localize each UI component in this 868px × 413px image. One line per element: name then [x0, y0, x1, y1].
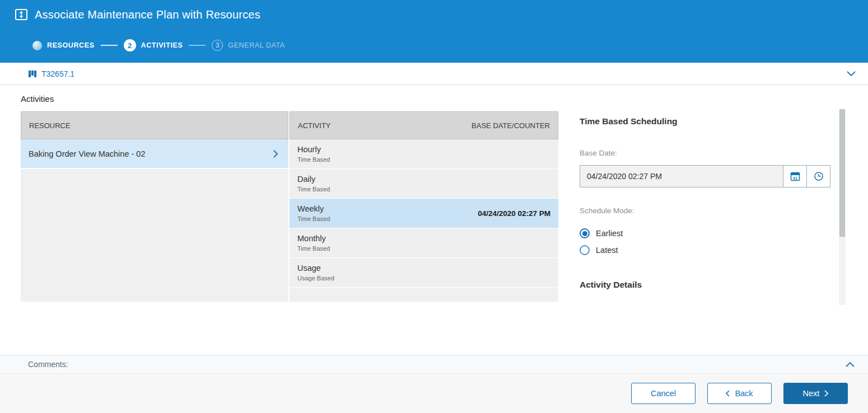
- scheduling-panel: Time Based Scheduling Base Date: 31: [580, 107, 832, 331]
- activity-column: ACTIVITY BASE DATE/COUNTER Hourly Time B…: [290, 111, 558, 302]
- maintenance-plan-icon: [15, 8, 28, 21]
- chevron-up-icon[interactable]: [846, 362, 855, 367]
- panel-scrollbar[interactable]: [839, 109, 846, 305]
- activity-type: Usage Based: [297, 275, 334, 281]
- back-button[interactable]: Back: [707, 383, 772, 404]
- chevron-down-icon[interactable]: [847, 71, 856, 76]
- header: Associate Maintenance Plan with Resource…: [0, 0, 868, 63]
- calendar-icon: 31: [790, 171, 801, 182]
- radio-earliest[interactable]: Earliest: [580, 228, 832, 238]
- resource-name: Baking Order View Machine - 02: [29, 149, 145, 158]
- step-general-data[interactable]: 3 GENERAL DATA: [212, 40, 284, 51]
- cancel-label: Cancel: [651, 389, 676, 398]
- back-label: Back: [735, 389, 753, 398]
- resource-grid-icon: [28, 69, 37, 78]
- activity-details-title: Activity Details: [580, 280, 832, 290]
- page-title: Associate Maintenance Plan with Resource…: [35, 8, 260, 21]
- base-date-header-label: BASE DATE/COUNTER: [472, 121, 550, 130]
- resource-column-header: RESOURCE: [21, 111, 288, 139]
- cancel-button[interactable]: Cancel: [631, 383, 696, 404]
- breadcrumb-label: T32657.1: [41, 69, 74, 78]
- resource-list: Baking Order View Machine - 02: [21, 139, 288, 302]
- activity-type: Time Based: [297, 156, 330, 163]
- breadcrumb-bar: T32657.1: [0, 63, 868, 85]
- activities-tables: RESOURCE Baking Order View Machine - 02: [21, 111, 558, 302]
- activity-name: Weekly: [297, 204, 330, 213]
- activity-row-usage[interactable]: Usage Usage Based: [290, 258, 558, 288]
- chevron-left-icon: [726, 390, 730, 397]
- activity-column-header: ACTIVITY BASE DATE/COUNTER: [290, 111, 558, 139]
- comments-label: Comments:: [28, 360, 68, 369]
- comments-bar: Comments:: [0, 355, 868, 374]
- step-number-badge: 2: [124, 39, 136, 51]
- app-window: Associate Maintenance Plan with Resource…: [0, 0, 868, 413]
- activity-name: Monthly: [297, 234, 330, 243]
- base-date-group: 31: [580, 165, 830, 187]
- scrollbar-thumb[interactable]: [839, 109, 845, 237]
- activity-name: Daily: [297, 175, 330, 184]
- radio-selected-icon: [580, 228, 590, 238]
- radio-label: Earliest: [596, 229, 623, 238]
- radio-label: Latest: [596, 246, 618, 255]
- radio-unselected-icon: [580, 245, 590, 255]
- activity-type: Time Based: [297, 186, 330, 193]
- step-activities[interactable]: 2 ACTIVITIES: [124, 39, 183, 51]
- activity-type: Time Based: [297, 245, 330, 252]
- activity-name: Hourly: [297, 145, 330, 154]
- calendar-button[interactable]: 31: [783, 166, 806, 187]
- chevron-right-icon: [273, 150, 278, 158]
- next-button[interactable]: Next: [783, 383, 848, 404]
- svg-text:31: 31: [793, 176, 797, 180]
- panel-title: Time Based Scheduling: [580, 116, 832, 126]
- chevron-right-icon: [824, 390, 828, 397]
- clock-icon: [813, 171, 824, 182]
- activity-name: Usage: [297, 264, 334, 273]
- base-date-input[interactable]: [580, 166, 783, 187]
- clock-button[interactable]: [806, 166, 830, 187]
- title-row: Associate Maintenance Plan with Resource…: [15, 0, 868, 21]
- activity-row-monthly[interactable]: Monthly Time Based: [290, 228, 558, 258]
- activities-section-label: Activities: [21, 94, 54, 104]
- footer-toolbar: Cancel Back Next: [0, 374, 868, 413]
- schedule-mode-label: Schedule Mode:: [580, 206, 832, 215]
- step-label: ACTIVITIES: [141, 41, 183, 49]
- step-resources[interactable]: RESOURCES: [32, 41, 95, 50]
- activity-row-weekly[interactable]: Weekly Time Based 04/24/2020 02:27 PM: [290, 199, 558, 228]
- resource-row[interactable]: Baking Order View Machine - 02: [21, 139, 288, 169]
- activity-row-daily[interactable]: Daily Time Based: [290, 169, 558, 199]
- radio-latest[interactable]: Latest: [580, 245, 832, 255]
- wizard-stepper: RESOURCES 2 ACTIVITIES 3 GENERAL DATA: [32, 39, 868, 51]
- activity-type: Time Based: [297, 215, 330, 222]
- activity-header-label: ACTIVITY: [298, 121, 331, 130]
- step-number-badge: 3: [212, 40, 223, 51]
- base-date-label: Base Date:: [580, 149, 832, 157]
- step-connector: [189, 45, 206, 46]
- activity-row-hourly[interactable]: Hourly Time Based: [290, 139, 558, 169]
- next-label: Next: [803, 389, 820, 398]
- step-connector: [101, 45, 118, 46]
- resources-step-icon: [32, 41, 42, 50]
- breadcrumb[interactable]: T32657.1: [28, 69, 74, 78]
- activity-base-date: 04/24/2020 02:27 PM: [478, 209, 550, 218]
- resource-column: RESOURCE Baking Order View Machine - 02: [21, 111, 288, 302]
- activity-list: Hourly Time Based Daily Time Based: [290, 139, 558, 302]
- step-label: RESOURCES: [47, 41, 95, 49]
- step-label: GENERAL DATA: [228, 41, 284, 49]
- main-content: Activities RESOURCE Baking Order View Ma…: [0, 85, 868, 355]
